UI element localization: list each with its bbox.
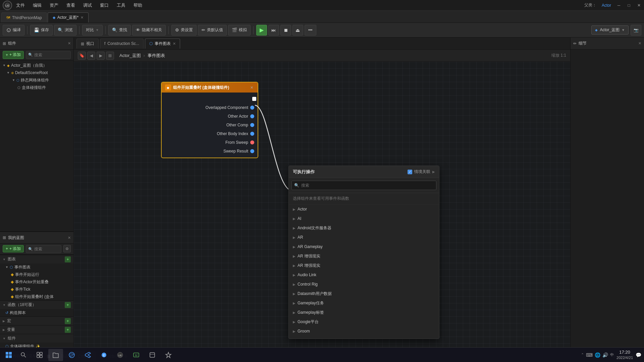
component-search-input[interactable] — [34, 53, 68, 57]
other-actor-pin[interactable]: Other Actor — [162, 112, 258, 121]
breadcrumb-event-graph[interactable]: 事件图表 — [148, 53, 165, 59]
event-tick[interactable]: ◆ 事件Tick — [0, 286, 73, 293]
add-function-button[interactable]: + — [65, 302, 71, 308]
taskbar-task-view[interactable] — [32, 349, 47, 361]
taskbar-search[interactable] — [16, 349, 31, 361]
category-ar-ar1[interactable]: ▶ AR 增强现实 — [289, 251, 439, 261]
forward-button[interactable]: ▶ — [97, 52, 105, 60]
my-blueprints-close[interactable]: ✕ — [68, 236, 71, 240]
event-component-overlap[interactable]: ◆ 组件开始重叠时 (盒体 — [0, 293, 73, 300]
taskbar-ue[interactable]: UE — [113, 349, 127, 361]
variables-section-header[interactable]: ▶ 变量 + — [0, 325, 73, 334]
menu-asset[interactable]: 资产 — [48, 2, 60, 9]
play-button[interactable]: ▶ — [256, 25, 267, 36]
functions-section-header[interactable]: ▼ 函数（18可覆） + — [0, 300, 73, 309]
add-macro-button[interactable]: + — [65, 318, 71, 324]
category-audio-link[interactable]: ▶ Audio Link — [289, 270, 439, 280]
stop-button[interactable]: ⏹ — [280, 25, 291, 36]
from-sweep-pin[interactable]: From Sweep — [162, 138, 258, 147]
bookmark-button[interactable]: 🔖 — [78, 52, 86, 60]
start-button[interactable] — [3, 349, 15, 361]
comp-section-header[interactable]: ▼ 组件 — [0, 334, 73, 343]
blueprint-search-input[interactable] — [34, 247, 59, 251]
details-panel-close[interactable]: ✕ — [638, 41, 641, 46]
breadcrumb-blueprint[interactable]: Actor_蓝图 — [119, 53, 141, 59]
viewport-tab[interactable]: 视口 — [86, 41, 94, 47]
tree-item-collision[interactable]: ⬡ 盒体碰撞组件 — [0, 84, 73, 91]
minimize-button[interactable]: ─ — [616, 3, 621, 8]
compile-button[interactable]: ✓ 编译 — [3, 25, 24, 36]
category-ai[interactable]: ▶ AI — [289, 214, 439, 223]
menu-edit[interactable]: 编辑 — [32, 2, 43, 9]
category-datasmith[interactable]: ▶ Datasmith用户数据 — [289, 289, 439, 298]
exec-out-pin[interactable] — [162, 95, 258, 103]
graphs-section-header[interactable]: ▼ 图表 + — [0, 255, 73, 263]
add-blueprint-button[interactable]: + + 添加 — [3, 245, 24, 252]
blueprint-selector[interactable]: ◆ Actor_蓝图 ▼ — [591, 25, 629, 35]
bp-node-close-button[interactable]: ✕ — [249, 85, 254, 90]
maximize-button[interactable]: □ — [627, 3, 631, 8]
category-ar-gameplay[interactable]: ▶ AR Gameplay — [289, 242, 439, 251]
event-actor-begin-overlap[interactable]: ◆ 事件Actor开始重叠 — [0, 278, 73, 286]
menu-file[interactable]: 文件 — [15, 2, 26, 9]
category-google[interactable]: ▶ Google平台 — [289, 317, 439, 326]
category-ar[interactable]: ▶ AR — [289, 233, 439, 242]
eject-button[interactable]: ⏏ — [292, 25, 303, 36]
tab-thirdpersonmap[interactable]: 🗺 ThirdPersonMap — [1, 12, 47, 22]
bp-settings-button[interactable]: ⚙ — [63, 245, 71, 252]
taskbar-clock[interactable]: 17:20 2022/4/21 — [616, 350, 633, 360]
category-actor[interactable]: ▶ Actor — [289, 204, 439, 214]
category-ar-ar2[interactable]: ▶ AR 增强现实 — [289, 261, 439, 270]
category-gameplay-tags[interactable]: ▶ Gameplay标签 — [289, 308, 439, 317]
construction-tab[interactable]: Construction Sc... — [107, 41, 139, 46]
component-search[interactable]: 🔍 — [26, 51, 71, 59]
category-groom[interactable]: ▶ Groom — [289, 326, 439, 336]
macros-section-header[interactable]: ▶ 宏 + — [0, 316, 73, 325]
browse-button[interactable]: 🔍 浏览 — [54, 25, 76, 36]
parent-value[interactable]: Actor — [602, 3, 611, 8]
add-graph-button[interactable]: + — [65, 256, 71, 262]
components-panel-close[interactable]: ✕ — [68, 41, 71, 46]
menu-help[interactable]: 帮助 — [132, 2, 144, 9]
event-graph-tab[interactable]: 事件图表 — [155, 41, 171, 47]
category-guid[interactable]: ▶ GUID — [289, 336, 439, 339]
blueprint-tab-close[interactable]: ✕ — [80, 15, 84, 20]
tab-blueprint[interactable]: ◆ Actor_蓝图* ✕ — [48, 12, 89, 22]
category-android[interactable]: ▶ Android文件服务器 — [289, 223, 439, 233]
menu-view[interactable]: 查看 — [65, 2, 76, 9]
overlapped-component-pin[interactable]: Overlapped Component — [162, 103, 258, 112]
simulate-button[interactable]: 🎬 模拟 — [228, 25, 251, 36]
other-comp-pin[interactable]: Other Comp — [162, 121, 258, 129]
category-gameplay-tasks[interactable]: ▶ Gameplay任务 — [289, 298, 439, 308]
add-component-button[interactable]: + + 添加 — [3, 51, 24, 59]
other-body-index-pin[interactable]: Other Body Index — [162, 129, 258, 138]
taskbar-misc4[interactable] — [161, 349, 176, 361]
class-defaults-button[interactable]: ✏ 类默认值 — [198, 25, 227, 36]
notification-icon[interactable]: 💬 — [636, 352, 641, 358]
class-settings-button[interactable]: ⚙ 类设置 — [171, 25, 197, 36]
play-next-button[interactable]: ⏭ — [268, 25, 279, 36]
tree-item-mesh[interactable]: ▼ ⬡ 静态网格体组件 — [0, 76, 73, 84]
category-control-rig[interactable]: ▶ Control Rig — [289, 280, 439, 289]
taskbar-misc1[interactable]: E — [97, 349, 111, 361]
compare-button[interactable]: 对比 ▼ — [82, 25, 103, 36]
event-begin-play[interactable]: ◆ 事件开始运行 — [0, 271, 73, 278]
event-graph-tree-item[interactable]: ▼ ⬡ 事件图表 — [0, 263, 73, 271]
graph-area[interactable]: ◆ 组件开始重叠时 (盒体碰撞组件) ✕ Overlapped Componen… — [74, 62, 570, 350]
taskbar-explorer[interactable] — [48, 349, 63, 361]
tray-expand[interactable]: ⌃ — [581, 353, 584, 357]
menu-tools[interactable]: 工具 — [115, 2, 127, 9]
save-button[interactable]: 💾 保存 — [30, 25, 53, 36]
tree-item-scene-root[interactable]: ▼ ⊕ DefaultSceneRoot — [0, 69, 73, 76]
menu-debug[interactable]: 调试 — [82, 2, 93, 9]
back-button[interactable]: ◀ — [87, 52, 95, 60]
screenshot-button[interactable]: 📷 — [631, 25, 641, 36]
more-button[interactable]: ••• — [305, 25, 316, 36]
home-button[interactable]: ⊞ — [106, 52, 114, 60]
hide-unrelated-button[interactable]: 👁 隐藏不相关 — [132, 25, 166, 36]
taskbar-misc3[interactable] — [145, 349, 160, 361]
taskbar-vscode[interactable] — [80, 349, 95, 361]
menu-window[interactable]: 窗口 — [99, 2, 110, 9]
context-related-toggle[interactable]: ✓ 情境关联 ▶ — [408, 169, 435, 175]
taskbar-misc2[interactable]: M — [129, 349, 144, 361]
